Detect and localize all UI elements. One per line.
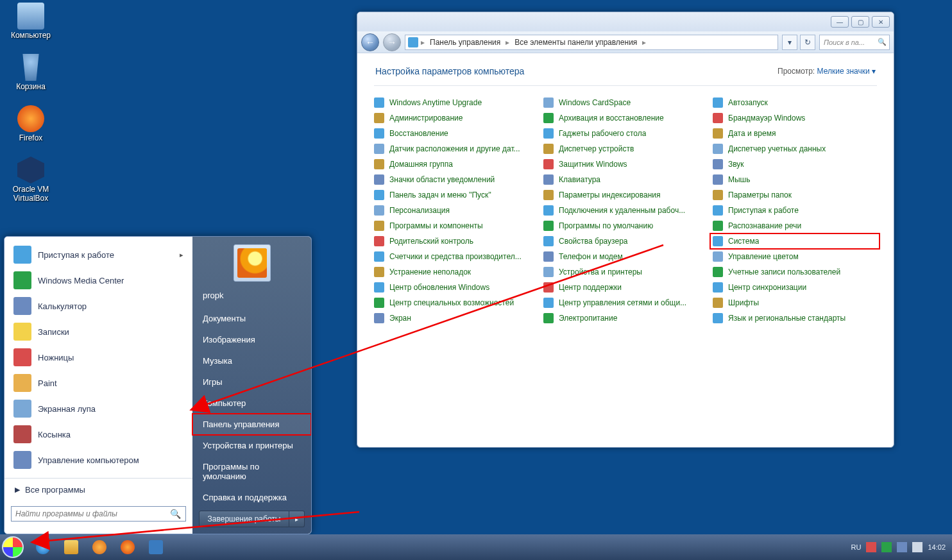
shutdown-button[interactable]: Завершение работы: [199, 511, 289, 527]
user-name: propk: [192, 289, 311, 304]
start-program-4[interactable]: Ножницы: [7, 344, 190, 370]
taskbar-ie[interactable]: [30, 537, 56, 557]
cp-item-0-13[interactable]: Центр специальных возможностей: [371, 295, 541, 310]
crumb-1[interactable]: Панель управления: [427, 38, 503, 47]
cp-item-1-10[interactable]: Телефон и модем: [541, 249, 710, 264]
cp-item-0-1[interactable]: Администрирование: [371, 110, 541, 126]
cp-item-1-0[interactable]: Windows CardSpace: [541, 95, 710, 110]
start-search-input[interactable]: [11, 506, 186, 522]
cp-item-2-1[interactable]: Брандмауэр Windows: [710, 110, 880, 126]
cp-item-0-5[interactable]: Значки области уведомлений: [371, 172, 541, 187]
cp-item-0-9[interactable]: Родительский контроль: [371, 233, 541, 249]
cp-item-2-0[interactable]: Автозапуск: [710, 95, 880, 110]
refresh-button[interactable]: ↻: [800, 35, 815, 50]
cp-item-1-1[interactable]: Архивация и восстановление: [541, 110, 710, 126]
cp-item-1-2[interactable]: Гаджеты рабочего стола: [541, 126, 710, 141]
lang-indicator[interactable]: RU: [851, 543, 862, 551]
cp-item-2-3[interactable]: Диспетчер учетных данных: [710, 141, 880, 157]
tray-security-icon[interactable]: [881, 542, 892, 552]
cp-item-0-8[interactable]: Программы и компоненты: [371, 218, 541, 233]
cp-item-1-3[interactable]: Диспетчер устройств: [541, 141, 710, 157]
cp-item-2-5[interactable]: Мышь: [710, 172, 880, 187]
clock[interactable]: 14:02: [928, 543, 946, 551]
address-bar[interactable]: ▸ Панель управления ▸ Все элементы панел…: [405, 35, 778, 50]
start-right-8[interactable]: Справка и поддержка: [192, 487, 311, 508]
user-picture[interactable]: [234, 244, 271, 282]
start-program-7[interactable]: Косынка: [7, 421, 190, 447]
taskbar-app[interactable]: [142, 537, 169, 557]
desktop-icon-0[interactable]: Компьютер: [5, 3, 56, 40]
start-program-1[interactable]: Windows Media Center: [7, 267, 190, 293]
cp-item-2-14[interactable]: Язык и региональные стандарты: [710, 310, 880, 326]
cp-item-2-6[interactable]: Параметры папок: [710, 187, 880, 203]
start-right-1[interactable]: Изображения: [192, 329, 311, 350]
system-tray: RU 14:02: [845, 542, 952, 552]
address-dropdown[interactable]: ▾: [782, 35, 797, 50]
cp-item-0-10[interactable]: Счетчики и средства производител...: [371, 249, 541, 264]
cp-item-2-9[interactable]: Система: [710, 233, 880, 249]
start-right-0[interactable]: Документы: [192, 308, 311, 329]
view-value[interactable]: Мелкие значки ▾: [817, 67, 876, 76]
cp-item-1-6[interactable]: Параметры индексирования: [541, 187, 710, 203]
minimize-button[interactable]: —: [831, 16, 849, 28]
cp-item-1-12[interactable]: Центр поддержки: [541, 280, 710, 295]
cp-item-2-11[interactable]: Учетные записи пользователей: [710, 264, 880, 280]
desktop-icon-2[interactable]: Firefox: [5, 105, 56, 142]
start-right-6[interactable]: Устройства и принтеры: [192, 435, 311, 456]
start-program-2[interactable]: Калькулятор: [7, 293, 190, 319]
start-program-8[interactable]: Управление компьютером: [7, 447, 190, 473]
cp-item-0-2[interactable]: Восстановление: [371, 126, 541, 141]
start-right-2[interactable]: Музыка: [192, 350, 311, 371]
start-button[interactable]: [0, 534, 26, 560]
cp-item-1-14[interactable]: Электропитание: [541, 310, 710, 326]
back-button[interactable]: ←: [361, 33, 379, 51]
close-button[interactable]: ✕: [872, 16, 890, 28]
start-program-3[interactable]: Записки: [7, 319, 190, 344]
start-right-5[interactable]: Панель управления: [192, 414, 311, 435]
cp-search[interactable]: Поиск в па... 🔍: [819, 35, 890, 50]
start-right-3[interactable]: Игры: [192, 371, 311, 393]
cp-item-2-7[interactable]: Приступая к работе: [710, 203, 880, 218]
start-program-0[interactable]: Приступая к работе▸: [7, 242, 190, 267]
control-panel-window: — ▢ ✕ ← → ▸ Панель управления ▸ Все элем…: [357, 12, 894, 448]
cp-item-1-8[interactable]: Программы по умолчанию: [541, 218, 710, 233]
cp-item-2-10[interactable]: Управление цветом: [710, 249, 880, 264]
cp-item-2-13[interactable]: Шрифты: [710, 295, 880, 310]
start-program-6[interactable]: Экранная лупа: [7, 396, 190, 421]
cp-item-0-0[interactable]: Windows Anytime Upgrade: [371, 95, 541, 110]
tray-volume-icon[interactable]: [912, 542, 922, 552]
cp-item-1-5[interactable]: Клавиатура: [541, 172, 710, 187]
maximize-button[interactable]: ▢: [851, 16, 869, 28]
all-programs[interactable]: ▶ Все программы: [4, 478, 192, 501]
cp-item-0-12[interactable]: Центр обновления Windows: [371, 280, 541, 295]
start-program-5[interactable]: Paint: [7, 370, 190, 396]
shutdown-options[interactable]: ▸: [289, 511, 305, 527]
cp-item-0-7[interactable]: Персонализация: [371, 203, 541, 218]
tray-flag-icon[interactable]: [866, 542, 876, 552]
cp-item-2-2[interactable]: Дата и время: [710, 126, 880, 141]
cp-item-0-6[interactable]: Панель задач и меню ''Пуск'': [371, 187, 541, 203]
desktop-icon-3[interactable]: Oracle VMVirtualBox: [5, 157, 56, 203]
desktop-icon-1[interactable]: Корзина: [5, 54, 56, 91]
cp-item-0-11[interactable]: Устранение неполадок: [371, 264, 541, 280]
cp-item-1-7[interactable]: Подключения к удаленным рабоч...: [541, 203, 710, 218]
taskbar-wmp[interactable]: [86, 537, 113, 557]
cp-item-1-13[interactable]: Центр управления сетями и общи...: [541, 295, 710, 310]
forward-button[interactable]: →: [383, 33, 401, 51]
crumb-2[interactable]: Все элементы панели управления: [512, 38, 640, 47]
start-right-7[interactable]: Программы по умолчанию: [192, 456, 311, 487]
cp-item-0-3[interactable]: Датчик расположения и другие дат...: [371, 141, 541, 157]
cp-item-0-4[interactable]: Домашняя группа: [371, 157, 541, 172]
taskbar-firefox[interactable]: [114, 537, 141, 557]
cp-item-2-12[interactable]: Центр синхронизации: [710, 280, 880, 295]
cp-item-2-4[interactable]: Звук: [710, 157, 880, 172]
cp-item-2-8[interactable]: Распознавание речи: [710, 218, 880, 233]
taskbar: RU 14:02: [0, 534, 952, 560]
tray-network-icon[interactable]: [897, 542, 907, 552]
start-right-4[interactable]: Компьютер: [192, 393, 311, 414]
cp-item-0-14[interactable]: Экран: [371, 310, 541, 326]
cp-item-1-11[interactable]: Устройства и принтеры: [541, 264, 710, 280]
cp-item-1-9[interactable]: Свойства браузера: [541, 233, 710, 249]
taskbar-explorer[interactable]: [58, 537, 85, 557]
cp-item-1-4[interactable]: Защитник Windows: [541, 157, 710, 172]
